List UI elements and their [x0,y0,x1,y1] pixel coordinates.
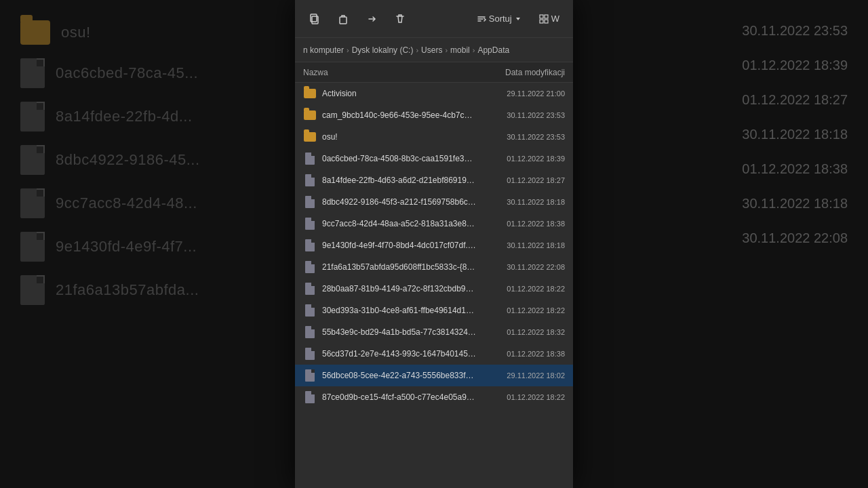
bg-file-1-label: 0ac6cbed-78ca-45... [56,64,198,82]
bg-date-0: 30.11.2022 23:53 [742,14,848,48]
file-row[interactable]: 56dbce08-5cee-4e22-a743-5556be833f66....… [295,365,573,386]
explorer-window: Sortuj W n komputer › Dysk lokalny (C:) … [295,0,573,488]
file-date: 29.11.2022 18:02 [477,371,565,380]
file-date: 01.12.2022 18:38 [477,220,565,228]
file-row[interactable]: cam_9bcb140c-9e66-453e-95ee-4cb7c74...30… [295,104,573,126]
file-name: 9e1430fd-4e9f-4f70-8bd4-4dc017cf07df.t..… [322,241,477,250]
col-name-header[interactable]: Nazwa [303,68,477,77]
file-name: 28b0aa87-81b9-4149-a72c-8f132cbdb975.... [322,284,477,293]
bg-file-2: 8a14fdee-22fb-4d... [20,95,275,138]
col-date-header[interactable]: Data modyfikacji [477,68,565,77]
file-date: 01.12.2022 18:22 [477,393,565,401]
bg-left-panel: osu! 0ac6cbed-78ca-45... 8a14fdee-22fb-4… [0,0,295,488]
breadcrumb-item-2[interactable]: Users [421,45,442,55]
file-icon [303,217,317,230]
bg-file-5-label: 9e1430fd-4e9f-4f7... [56,238,197,256]
bg-file-5: 9e1430fd-4e9f-4f7... [20,225,275,268]
bg-file-6: 21fa6a13b57abfda... [20,268,275,312]
bg-folder-osu-label: osu! [61,24,91,41]
view-label: W [551,14,559,24]
folder-icon [303,87,317,100]
delete-button[interactable] [389,7,412,30]
bg-date-4: 01.12.2022 18:38 [742,152,848,186]
folder-icon [303,108,317,122]
file-icon [303,369,317,382]
svg-rect-3 [540,15,543,18]
file-date: 30.11.2022 23:53 [477,111,565,119]
file-name: 0ac6cbed-78ca-4508-8b3c-caa1591fe374.... [322,154,477,163]
file-date: 30.11.2022 18:18 [477,241,565,249]
bg-file-3: 8dbc4922-9186-45... [20,138,275,182]
file-icon [303,260,317,274]
toolbar: Sortuj W [295,0,573,38]
sort-button[interactable]: Sortuj [470,11,528,26]
file-list[interactable]: Activision29.11.2022 21:00cam_9bcb140c-9… [295,83,573,488]
file-icon [303,152,317,165]
breadcrumb: n komputer › Dysk lokalny (C:) › Users ›… [295,38,573,62]
breadcrumb-sep-3: › [473,46,475,54]
file-row[interactable]: osu!30.11.2022 23:53 [295,126,573,148]
file-row[interactable]: 9e1430fd-4e9f-4f70-8bd4-4dc017cf07df.t..… [295,235,573,256]
file-icon [303,325,317,339]
file-date: 01.12.2022 18:38 [477,350,565,358]
bg-file-2-label: 8a14fdee-22fb-4d... [56,108,193,125]
file-icon [303,390,317,404]
file-date: 01.12.2022 18:27 [477,176,565,184]
paste-button[interactable] [332,7,355,30]
file-row[interactable]: 28b0aa87-81b9-4149-a72c-8f132cbdb975....… [295,278,573,300]
bg-date-1: 01.12.2022 18:39 [742,48,848,83]
svg-rect-4 [545,15,548,18]
file-row[interactable]: 21fa6a13b57abfda95d608ff1bc5833c-{87...3… [295,256,573,278]
file-name: cam_9bcb140c-9e66-453e-95ee-4cb7c74... [322,110,477,120]
file-icon [303,282,317,296]
breadcrumb-item-4[interactable]: AppData [477,45,509,55]
bg-file-4: 9cc7acc8-42d4-48... [20,182,275,225]
file-icon [303,304,317,317]
file-row[interactable]: 55b43e9c-bd29-4a1b-bd5a-77c3814324a...01… [295,321,573,343]
file-date: 29.11.2022 21:00 [477,89,565,98]
breadcrumb-item-1[interactable]: Dysk lokalny (C:) [352,45,414,55]
file-name: osu! [322,132,477,142]
file-date: 01.12.2022 18:22 [477,306,565,314]
breadcrumb-item-0[interactable]: n komputer [303,45,344,55]
sort-label: Sortuj [489,14,512,24]
view-button[interactable]: W [534,11,565,26]
file-name: 55b43e9c-bd29-4a1b-bd5a-77c3814324a... [322,327,477,337]
copy-button[interactable] [303,7,326,30]
share-button[interactable] [360,7,383,30]
file-icon [303,347,317,361]
bg-date-2: 01.12.2022 18:27 [742,83,848,117]
breadcrumb-item-3[interactable]: mobil [450,45,470,55]
file-name: 8a14fdee-22fb-4d63-a6d2-d21ebf869195.... [322,176,477,185]
file-name: 8dbc4922-9186-45f3-a212-f1569758b6c0.... [322,197,477,207]
bg-date-6: 30.11.2022 22:08 [742,221,848,256]
file-row[interactable]: 8a14fdee-22fb-4d63-a6d2-d21ebf869195....… [295,169,573,191]
file-date: 30.11.2022 22:08 [477,263,565,271]
file-icon [303,174,317,187]
folder-icon [303,130,317,144]
bg-file-4-label: 9cc7acc8-42d4-48... [56,195,197,212]
file-row[interactable]: 9cc7acc8-42d4-48aa-a5c2-818a31a3e88e....… [295,213,573,235]
breadcrumb-sep-2: › [445,46,448,54]
column-header: Nazwa Data modyfikacji [295,62,573,83]
file-icon [303,195,317,209]
breadcrumb-sep-1: › [416,46,418,54]
file-row[interactable]: 0ac6cbed-78ca-4508-8b3c-caa1591fe374....… [295,148,573,169]
svg-rect-5 [540,20,543,23]
file-row[interactable]: 87ce0d9b-ce15-4fcf-a500-c77ec4e05a99.t..… [295,386,573,408]
file-name: 56dbce08-5cee-4e22-a743-5556be833f66.... [322,371,477,380]
bg-file-6-label: 21fa6a13b57abfda... [56,281,199,299]
file-icon [303,239,317,252]
bg-file-3-label: 8dbc4922-9186-45... [56,151,200,169]
bg-file-1: 0ac6cbed-78ca-45... [20,52,275,95]
bg-folder-osu: osu! [20,14,275,52]
file-date: 30.11.2022 18:18 [477,198,565,206]
file-date: 01.12.2022 18:39 [477,155,565,163]
file-date: 01.12.2022 18:22 [477,285,565,293]
file-row[interactable]: 56cd37d1-2e7e-4143-993c-1647b40145f7....… [295,343,573,365]
file-row[interactable]: 8dbc4922-9186-45f3-a212-f1569758b6c0....… [295,191,573,213]
file-row[interactable]: Activision29.11.2022 21:00 [295,83,573,104]
bg-date-5: 30.11.2022 18:18 [742,186,848,221]
file-row[interactable]: 30ed393a-31b0-4ce8-af61-ffbe49614d12.t..… [295,300,573,321]
svg-rect-2 [340,17,347,24]
